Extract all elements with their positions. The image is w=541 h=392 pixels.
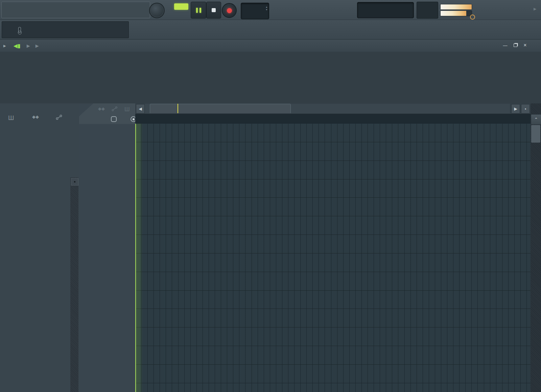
minimap-viewport[interactable] bbox=[150, 104, 291, 113]
track-header-top: ◆◆ Ш bbox=[79, 103, 135, 124]
secondary-toolbar: ▶ ▶ ▲▼ bbox=[0, 20, 541, 40]
breadcrumb-sep-icon: ▶ bbox=[27, 43, 30, 48]
time-display[interactable] bbox=[357, 2, 414, 18]
fl-studio-window: ▲▼ ▶ ▶ ▶ ▲▼ bbox=[0, 0, 541, 392]
tempo-display[interactable]: ▲▼ bbox=[241, 3, 269, 19]
hint-bar bbox=[2, 21, 129, 38]
patterns-tab-icon[interactable]: Ш bbox=[8, 114, 14, 122]
pat-song-toggle[interactable] bbox=[173, 2, 189, 18]
timeline-ruler[interactable] bbox=[135, 114, 531, 124]
stop-icon bbox=[212, 8, 216, 12]
toolbar-overflow-chevron[interactable]: ▶ bbox=[534, 7, 536, 11]
memory-meter bbox=[440, 10, 472, 16]
record-icon bbox=[227, 8, 232, 13]
minimap-zoom-button[interactable]: ▪ bbox=[521, 104, 530, 114]
minimap-playhead bbox=[178, 104, 178, 113]
pause-icon bbox=[196, 8, 198, 13]
playhead-glow bbox=[135, 124, 143, 392]
menu-bar[interactable] bbox=[1, 2, 150, 18]
shuffle-knob[interactable] bbox=[149, 3, 165, 18]
minimap-right-button[interactable]: ▶ bbox=[511, 104, 520, 114]
step-checkbox[interactable] bbox=[111, 116, 117, 122]
main-toolbar: ▲▼ ▶ bbox=[0, 0, 541, 20]
scroll-up-button[interactable]: ⌃ bbox=[531, 114, 541, 125]
playlist-minimap[interactable]: ◀ ▶ ▪ bbox=[135, 103, 531, 114]
record-button[interactable] bbox=[222, 3, 237, 18]
song-label[interactable] bbox=[174, 3, 188, 10]
playlist-grid[interactable] bbox=[135, 124, 531, 392]
playhead-line bbox=[135, 124, 136, 392]
pattern-picker-panel: Ш ◆◆ bbox=[0, 103, 79, 392]
pattern-list-scrollbar[interactable] bbox=[70, 177, 78, 392]
track-header-panel: ◆◆ Ш bbox=[79, 103, 135, 392]
playlist-titlebar[interactable]: ▶ ◀▮ ▶ ▶ — × bbox=[0, 40, 541, 52]
thermometer-icon bbox=[18, 27, 21, 33]
playlist-close-button[interactable]: × bbox=[521, 42, 529, 49]
playlist-vscrollbar[interactable]: ⌃ ⌄ bbox=[531, 103, 541, 392]
minimap-left-button[interactable]: ◀ bbox=[136, 104, 145, 114]
clock-icon bbox=[470, 15, 475, 20]
pattern-filter-icon[interactable]: Ш bbox=[124, 106, 130, 113]
cpu-meter bbox=[440, 4, 472, 10]
oscilloscope[interactable] bbox=[417, 2, 438, 19]
audio-filter-icon[interactable]: ◆◆ bbox=[98, 106, 105, 111]
audio-tab-icon[interactable]: ◆◆ bbox=[32, 114, 39, 119]
speaker-icon[interactable]: ◀▮ bbox=[14, 43, 21, 49]
vscroll-thumb[interactable] bbox=[531, 125, 540, 143]
automation-tab-icon[interactable] bbox=[56, 114, 63, 122]
play-pause-button[interactable] bbox=[191, 2, 206, 19]
minimap-content[interactable] bbox=[145, 104, 510, 113]
breadcrumb-sep-icon: ▶ bbox=[36, 43, 39, 48]
playlist-menu-arrow-icon[interactable]: ▶ bbox=[3, 44, 6, 48]
playlist-body: Ш ◆◆ ◆◆ Ш ◀ bbox=[0, 52, 541, 392]
tempo-spinner[interactable]: ▲▼ bbox=[265, 6, 268, 11]
automation-filter-icon[interactable] bbox=[112, 106, 118, 113]
playlist-maximize-button[interactable] bbox=[511, 42, 519, 49]
playlist-minimize-button[interactable]: — bbox=[501, 42, 509, 49]
stop-button[interactable] bbox=[206, 2, 221, 19]
